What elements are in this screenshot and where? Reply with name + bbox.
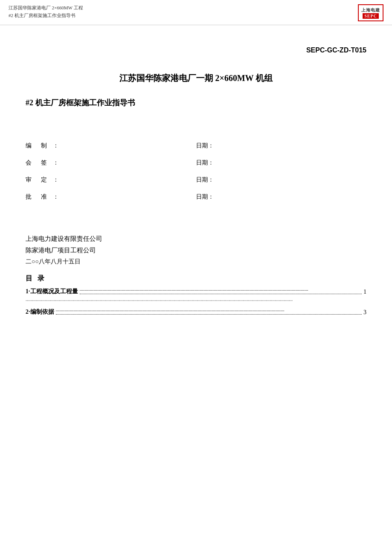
toc-dots-1: ········································… — [80, 287, 362, 294]
header-line1: 江苏国华陈家港电厂 2×660MW 工程 — [9, 4, 83, 12]
logo-box: 上海电建 SEPC — [358, 4, 383, 21]
toc-dots-2: ········································… — [56, 308, 362, 315]
label-shending: 审 定 — [26, 176, 51, 184]
colon-2: ： — [53, 159, 59, 167]
colon-4: ： — [53, 193, 59, 201]
company-date: 二○○八年八月十五日 — [26, 258, 366, 266]
page: 江苏国华陈家港电厂 2×660MW 工程 #2 机主厂房框架施工作业指导书 上海… — [0, 0, 392, 555]
label-pizhun: 批 准 — [26, 193, 51, 201]
sub-title: #2 机主厂房框架施工作业指导书 — [26, 98, 366, 108]
content-area: SEPC-GC-ZD-T015 江苏国华陈家港电厂一期 2×660MW 机组 #… — [0, 25, 392, 340]
company-line1: 上海电力建设有限责任公司 — [26, 235, 366, 243]
form-row-1: 编 制 ： 日期： — [26, 142, 366, 150]
form-row-2: 会 签 ： 日期： — [26, 159, 366, 167]
toc-item-2-label: 2·编制依据 — [26, 308, 54, 316]
footer-company: 上海电力建设有限责任公司 陈家港电厂项目工程公司 二○○八年八月十五日 — [26, 235, 366, 266]
main-title: 江苏国华陈家港电厂一期 2×660MW 机组 — [26, 71, 366, 85]
logo-top-text: 上海电建 — [361, 7, 380, 13]
dots-line-1: ········································… — [26, 297, 366, 304]
toc-page-2: 3 — [363, 309, 366, 316]
date-label-4: 日期： — [196, 193, 214, 201]
colon-1: ： — [53, 142, 59, 150]
toc-item-1-label: 1·工程概况及工程量 — [26, 288, 78, 295]
header-bar: 江苏国华陈家港电厂 2×660MW 工程 #2 机主厂房框架施工作业指导书 上海… — [0, 0, 392, 25]
toc-item-1: 1·工程概况及工程量 ·····························… — [26, 287, 366, 295]
toc-page-1: 1 — [363, 289, 366, 295]
form-row-4: 批 准 ： 日期： — [26, 193, 366, 201]
logo-bottom-text: SEPC — [363, 13, 379, 19]
toc-item-2: 2·编制依据 ·································… — [26, 308, 366, 316]
toc-title: 目 录 — [26, 274, 366, 283]
label-huiqian: 会 签 — [26, 159, 51, 167]
date-label-3: 日期： — [196, 176, 214, 184]
doc-code: SEPC-GC-ZD-T015 — [26, 46, 366, 54]
form-section: 编 制 ： 日期： 会 签 ： 日期： — [26, 142, 366, 201]
label-bianzhи: 编 制 — [26, 142, 51, 150]
colon-3: ： — [53, 176, 59, 184]
header-line2: #2 机主厂房框架施工作业指导书 — [9, 12, 83, 20]
date-label-1: 日期： — [196, 142, 214, 150]
form-row-3: 审 定 ： 日期： — [26, 176, 366, 184]
header-text: 江苏国华陈家港电厂 2×660MW 工程 #2 机主厂房框架施工作业指导书 — [9, 4, 83, 19]
company-line2: 陈家港电厂项目工程公司 — [26, 246, 366, 254]
date-label-2: 日期： — [196, 159, 214, 167]
toc-section: 目 录 1·工程概况及工程量 ·························… — [26, 274, 366, 316]
